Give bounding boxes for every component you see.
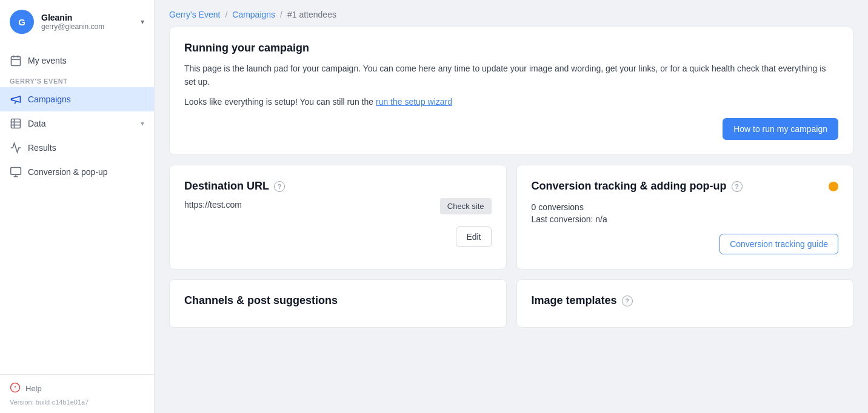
edit-button[interactable]: Edit [456,226,491,247]
version-text: Version: build-c14b1e01a7 [10,398,144,406]
running-campaign-footer: How to run my campaign [184,118,838,140]
sidebar-item-my-events-label: My events [28,56,67,65]
breadcrumb: Gerry's Event / Campaigns / #1 attendees [155,0,868,27]
calendar-icon [10,55,22,67]
running-campaign-desc1: This page is the launch pad for your cam… [184,62,838,89]
avatar: G [10,10,34,34]
sidebar-user-email: gerry@gleanin.com [41,22,133,31]
svg-rect-5 [12,119,21,128]
bottom-two-col: Channels & post suggestions Image templa… [169,279,853,328]
conversion-tracking-guide-button[interactable]: Conversion tracking guide [719,234,838,254]
sidebar-user-header[interactable]: G Gleanin gerry@gleanin.com ▾ [0,0,154,44]
conversion-card-title: Conversion tracking & adding pop-up [532,180,727,193]
url-row: https://test.com Check site [184,193,492,219]
check-site-button[interactable]: Check site [440,198,492,214]
sidebar-section-label: GERRY'S EVENT [0,73,154,87]
running-campaign-desc2-text: Looks like everything is setup! You can … [184,97,376,107]
table-icon [10,117,22,130]
cards-container: Running your campaign This page is the l… [155,27,868,342]
sidebar-item-my-events[interactable]: My events [0,48,154,73]
conversion-card-title-group: Conversion tracking & adding pop-up ? [532,180,743,193]
sidebar-user-name: Gleanin [41,13,133,22]
image-templates-card: Image templates ? [516,279,854,328]
breadcrumb-sep-1: / [225,10,227,19]
running-campaign-desc2: Looks like everything is setup! You can … [184,95,838,108]
conversion-footer: Conversion tracking guide [532,234,839,254]
main-content: Gerry's Event / Campaigns / #1 attendees… [155,0,868,413]
destination-url-help-icon[interactable]: ? [274,181,285,192]
sidebar-item-campaigns-label: Campaigns [28,94,71,104]
channels-card: Channels & post suggestions [169,279,507,328]
chevron-down-icon: ▾ [141,18,144,26]
sidebar-user-info: Gleanin gerry@gleanin.com [41,13,133,31]
sidebar: G Gleanin gerry@gleanin.com ▾ My events … [0,0,155,413]
sidebar-footer: Help Version: build-c14b1e01a7 [0,374,154,413]
breadcrumb-campaigns-link[interactable]: Campaigns [232,10,275,19]
sidebar-item-data-label: Data [28,119,46,128]
svg-rect-0 [12,56,21,65]
last-conversion: Last conversion: n/a [532,214,839,224]
setup-wizard-link[interactable]: run the setup wizard [376,97,452,107]
destination-url-card-header: Destination URL ? [184,180,492,193]
channels-card-header: Channels & post suggestions [184,294,492,307]
image-templates-title: Image templates [532,294,617,307]
sidebar-nav: My events GERRY'S EVENT Campaigns Data ▾ [0,44,154,189]
conversion-card-header-row: Conversion tracking & adding pop-up ? [532,180,839,193]
destination-url-card: Destination URL ? https://test.com Check… [169,165,507,269]
sidebar-item-campaigns[interactable]: Campaigns [0,87,154,111]
two-col-section: Destination URL ? https://test.com Check… [169,165,853,269]
how-to-run-button[interactable]: How to run my campaign [723,118,838,140]
running-campaign-title: Running your campaign [184,42,838,55]
sidebar-item-results[interactable]: Results [0,136,154,160]
sidebar-item-conversion[interactable]: Conversion & pop-up [0,160,154,184]
megaphone-icon [10,93,22,105]
svg-rect-4 [12,99,12,100]
help-label: Help [25,384,42,393]
sidebar-item-data[interactable]: Data ▾ [0,111,154,136]
help-item[interactable]: Help [10,382,144,395]
breadcrumb-event-link[interactable]: Gerry's Event [169,10,220,19]
channels-title: Channels & post suggestions [184,294,338,307]
destination-url-value: https://test.com [184,200,242,210]
conversion-help-icon[interactable]: ? [732,181,743,192]
destination-url-title: Destination URL [184,180,269,193]
breadcrumb-sep-2: / [280,10,282,19]
image-templates-help-icon[interactable]: ? [622,296,633,306]
svg-rect-9 [11,168,21,175]
popup-icon [10,166,22,178]
sidebar-item-results-label: Results [28,143,56,153]
sidebar-item-conversion-label: Conversion & pop-up [28,167,108,177]
conversion-tracking-card: Conversion tracking & adding pop-up ? 0 … [516,165,854,269]
conversion-status-dot [829,182,838,191]
conversions-count: 0 conversions [532,202,839,212]
image-templates-card-header: Image templates ? [532,294,839,307]
chart-icon [10,142,22,154]
breadcrumb-current: #1 attendees [287,10,336,19]
running-campaign-card: Running your campaign This page is the l… [169,27,853,155]
data-chevron-icon: ▾ [141,119,144,128]
help-icon [10,382,21,395]
